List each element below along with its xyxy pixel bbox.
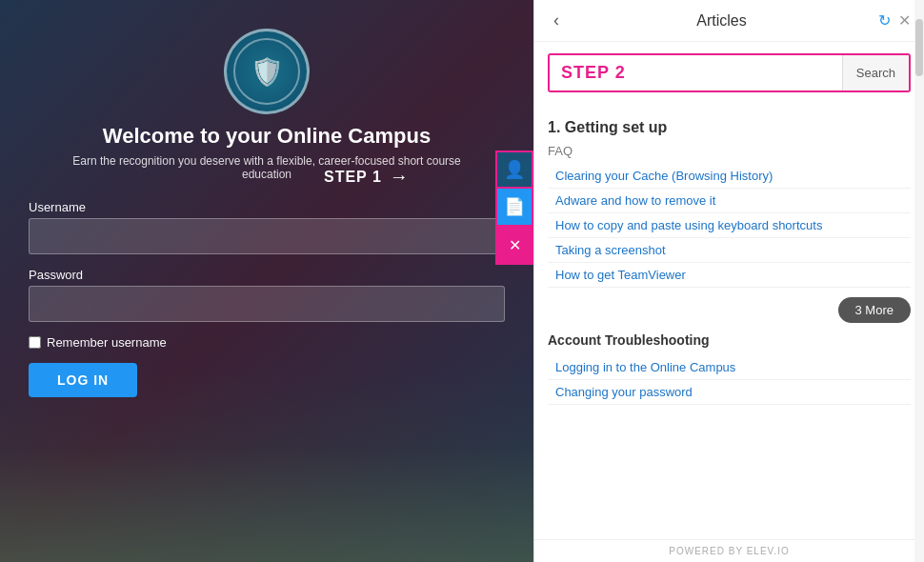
university-logo: 🛡️ — [224, 29, 310, 114]
back-button[interactable]: ‹ — [548, 10, 565, 30]
search-box: Search — [548, 53, 911, 92]
article-link-1[interactable]: Clearing your Cache (Browsing History) — [548, 164, 911, 189]
search-area: Search — [534, 42, 924, 104]
login-form: Username Password Remember username LOG … — [29, 200, 505, 397]
section1-title: 1. Getting set up — [548, 119, 911, 136]
password-input[interactable] — [29, 286, 505, 322]
username-label: Username — [29, 200, 505, 214]
back-icon: ‹ — [553, 10, 559, 30]
step1-annotation: STEP 1 → — [324, 166, 409, 188]
widget-btn-articles[interactable]: 📄 — [495, 189, 533, 227]
article-link-6[interactable]: Logging in to the Online Campus — [548, 355, 911, 380]
more-button[interactable]: 3 More — [838, 297, 911, 323]
refresh-icon: ↻ — [878, 12, 891, 29]
username-input[interactable] — [29, 218, 505, 254]
step1-label: STEP 1 — [324, 169, 382, 186]
widget-btn-user[interactable]: 👤 — [495, 151, 533, 189]
articles-panel: ‹ Articles ↻ ✕ Search 1. Getting set up … — [533, 0, 924, 562]
articles-title: Articles — [565, 12, 878, 30]
section2-title: Account Troubleshooting — [548, 332, 911, 348]
step1-arrow: → — [390, 166, 409, 188]
article-link-5[interactable]: How to get TeamViewer — [548, 263, 911, 288]
campus-background: 🛡️ Welcome to your Online Campus Earn th… — [0, 0, 533, 562]
article-link-7[interactable]: Changing your password — [548, 380, 911, 405]
scrollbar-track[interactable] — [914, 0, 924, 562]
articles-icon: 📄 — [504, 196, 525, 217]
welcome-subtitle: Earn the recognition you deserve with a … — [29, 154, 505, 181]
article-link-4[interactable]: Taking a screenshot — [548, 238, 911, 263]
login-panel: 🛡️ Welcome to your Online Campus Earn th… — [0, 0, 533, 562]
article-link-3[interactable]: How to copy and paste using keyboard sho… — [548, 213, 911, 238]
widget-buttons: 👤 📄 ✕ — [495, 151, 533, 265]
header-icons: ↻ ✕ — [878, 11, 911, 30]
article-link-2[interactable]: Adware and how to remove it — [548, 189, 911, 213]
close-icon: ✕ — [898, 12, 911, 29]
search-input[interactable] — [550, 55, 842, 90]
scrollbar-thumb[interactable] — [915, 19, 923, 76]
faq-subtitle: FAQ — [548, 144, 911, 158]
remember-checkbox[interactable] — [29, 336, 41, 349]
remember-label: Remember username — [47, 335, 167, 350]
refresh-button[interactable]: ↻ — [878, 11, 891, 30]
search-button[interactable]: Search — [842, 55, 909, 90]
welcome-title: Welcome to your Online Campus — [103, 124, 431, 149]
close-widget-icon: ✕ — [509, 236, 521, 254]
login-button[interactable]: LOG IN — [29, 363, 137, 397]
user-icon: 👤 — [504, 159, 525, 180]
powered-by: POWERED BY ELEV.IO — [534, 539, 924, 562]
articles-header: ‹ Articles ↻ ✕ — [534, 0, 924, 42]
close-panel-button[interactable]: ✕ — [898, 11, 911, 30]
widget-btn-close-widget[interactable]: ✕ — [495, 227, 533, 265]
password-label: Password — [29, 268, 505, 282]
remember-row: Remember username — [29, 335, 505, 350]
articles-content: 1. Getting set up FAQ Clearing your Cach… — [534, 104, 924, 539]
